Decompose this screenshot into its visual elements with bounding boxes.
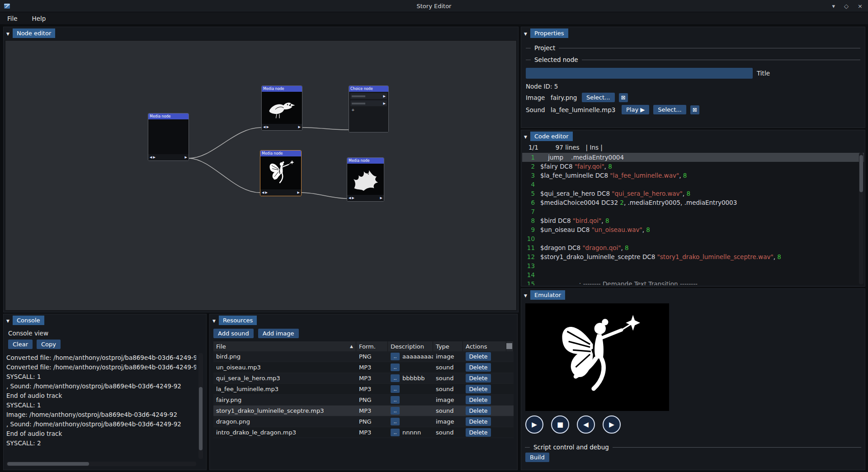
collapse-arrow-icon[interactable]	[524, 291, 527, 298]
code-line[interactable]: 9$un_oiseau DC8 "un_oiseau.wav", 8	[522, 225, 864, 234]
delete-button[interactable]: Delete	[466, 385, 491, 393]
node-editor-tab[interactable]: Node editor	[13, 28, 55, 38]
delete-button[interactable]: Delete	[466, 428, 491, 437]
code-line[interactable]: 2$fairy DC8 "fairy.qoi", 8	[522, 162, 864, 171]
code-line[interactable]: 5$qui_sera_le_hero DC8 "qui_sera_le_hero…	[522, 189, 864, 198]
stepper-icon[interactable]	[263, 125, 269, 129]
image-clear-button[interactable]: ⊠	[619, 93, 628, 102]
menu-file[interactable]: File	[5, 14, 19, 23]
column-header-type[interactable]: Type	[433, 341, 463, 351]
play-button[interactable]: ▶	[525, 415, 543, 434]
code-lines[interactable]: 1 jump .mediaEntry00042$fairy DC8 "fairy…	[522, 153, 864, 285]
collapse-arrow-icon[interactable]	[212, 316, 216, 324]
column-header-file[interactable]: File ▲	[213, 341, 356, 351]
code-line[interactable]: 11$dragon DC8 "dragon.qoi", 8	[522, 243, 864, 252]
delete-button[interactable]: Delete	[466, 352, 491, 361]
emulator-tab[interactable]: Emulator	[530, 290, 565, 300]
code-line[interactable]: 12$story1_drako_luminelle_sceptre DC8 "s…	[522, 252, 864, 261]
add-image-button[interactable]: Add image	[258, 329, 299, 338]
node-canvas[interactable]: Media node Media node	[5, 40, 517, 311]
console-hscrollbar-thumb[interactable]	[7, 462, 89, 466]
edit-description-button[interactable]: ..	[391, 418, 400, 425]
code-line[interactable]: 13	[522, 261, 864, 270]
code-line[interactable]: 8$bird DC8 "bird.qoi", 8	[522, 216, 864, 225]
console-log[interactable]: Converted file: /home/anthony/ostproj/ba…	[6, 353, 196, 459]
stepper-icon[interactable]	[262, 191, 268, 194]
maximize-button[interactable]: ◇	[844, 3, 849, 9]
code-scrollbar[interactable]	[859, 153, 863, 284]
table-row[interactable]: la_fee_luminelle.mp3MP3..soundDelete	[213, 384, 514, 395]
add-choice-button[interactable]: +	[350, 108, 387, 112]
pin-out-icon[interactable]	[297, 191, 300, 194]
code-line[interactable]: 10	[522, 234, 864, 243]
table-row[interactable]: story1_drako_luminelle_sceptre.mp3MP3..s…	[213, 406, 514, 416]
node-media-1[interactable]: Media node	[148, 113, 189, 161]
pin-out-icon[interactable]	[380, 196, 382, 200]
properties-tab[interactable]: Properties	[530, 28, 568, 38]
node-media-dragon[interactable]: Media node	[347, 157, 384, 202]
edit-description-button[interactable]: ..	[391, 407, 400, 415]
choice-option-row[interactable]	[350, 100, 387, 106]
column-header-description[interactable]: Description	[388, 341, 433, 351]
delete-button[interactable]: Delete	[466, 417, 491, 426]
table-row[interactable]: un_oiseau.mp3MP3..soundDelete	[213, 362, 514, 373]
code-line[interactable]: 15 ; -------- Demande Text Transition --…	[522, 279, 864, 285]
delete-button[interactable]: Delete	[466, 363, 491, 372]
console-tab[interactable]: Console	[13, 316, 44, 325]
collapse-arrow-icon[interactable]	[524, 29, 527, 37]
table-row[interactable]: bird.pngPNG..aaaaaaaaaimageDelete	[213, 351, 514, 362]
forward-button[interactable]: ▶	[603, 415, 621, 434]
resources-tab[interactable]: Resources	[219, 316, 257, 325]
node-choice[interactable]: Choice node +	[349, 85, 389, 132]
edit-description-button[interactable]: ..	[391, 353, 400, 360]
rewind-button[interactable]: ◀	[577, 415, 595, 434]
choice-option-row[interactable]	[350, 93, 387, 99]
sound-clear-button[interactable]: ⊠	[690, 105, 699, 114]
collapse-arrow-icon[interactable]	[524, 132, 527, 140]
sound-select-button[interactable]: Select...	[653, 105, 686, 114]
code-editor-tab[interactable]: Code editor	[530, 132, 573, 141]
code-line[interactable]: 7	[522, 207, 864, 216]
column-header-actions[interactable]: Actions	[463, 341, 506, 351]
copy-button[interactable]: Copy	[37, 340, 61, 349]
node-media-bird[interactable]: Media node	[261, 85, 302, 131]
stop-button[interactable]: ■	[551, 415, 569, 434]
code-line[interactable]: 6$mediaChoice0004 DC32 2, .mediaEntry000…	[522, 198, 864, 207]
table-row[interactable]: intro_drako_le_dragon.mp3MP3..nnnnnsound…	[213, 427, 514, 438]
image-select-button[interactable]: Select...	[582, 93, 615, 102]
build-button[interactable]: Build	[525, 453, 549, 462]
edit-description-button[interactable]: ..	[391, 363, 400, 371]
edit-description-button[interactable]: ..	[391, 429, 400, 436]
minimize-button[interactable]: ▾	[832, 3, 835, 9]
table-options-button[interactable]	[506, 343, 512, 349]
code-scrollbar-thumb[interactable]	[859, 155, 863, 192]
edit-description-button[interactable]: ..	[391, 385, 400, 393]
close-button[interactable]: ×	[858, 3, 863, 9]
edit-description-button[interactable]: ..	[391, 374, 400, 382]
console-vscrollbar[interactable]	[198, 353, 203, 459]
clear-button[interactable]: Clear	[8, 340, 33, 349]
delete-button[interactable]: Delete	[466, 406, 491, 415]
collapse-arrow-icon[interactable]	[6, 29, 9, 37]
edit-description-button[interactable]: ..	[391, 396, 400, 404]
stepper-icon[interactable]	[349, 196, 354, 200]
column-header-format[interactable]: Form.	[356, 341, 388, 351]
pin-out-icon[interactable]	[185, 156, 187, 159]
table-row[interactable]: qui_sera_le_hero.mp3MP3..bbbbbbsoundDele…	[213, 373, 514, 384]
delete-button[interactable]: Delete	[466, 396, 491, 404]
code-line[interactable]: 3$la_fee_luminelle DC8 "la_fee_luminelle…	[522, 171, 864, 180]
code-line[interactable]: 14	[522, 270, 864, 279]
table-row[interactable]: dragon.pngPNG..imageDelete	[213, 416, 514, 427]
console-hscrollbar[interactable]	[6, 462, 196, 466]
node-media-fairy[interactable]: Media node	[260, 150, 302, 196]
add-sound-button[interactable]: Add sound	[213, 329, 254, 338]
table-row[interactable]: fairy.pngPNG..imageDelete	[213, 395, 514, 406]
delete-button[interactable]: Delete	[466, 374, 491, 382]
title-input[interactable]	[526, 68, 753, 79]
pin-out-icon[interactable]	[298, 125, 301, 129]
sound-play-button[interactable]: Play ▶	[622, 105, 649, 114]
menu-help[interactable]: Help	[30, 14, 48, 23]
collapse-arrow-icon[interactable]	[6, 316, 9, 324]
console-vscrollbar-thumb[interactable]	[199, 387, 203, 450]
code-line[interactable]: 1 jump .mediaEntry0004	[522, 153, 864, 162]
